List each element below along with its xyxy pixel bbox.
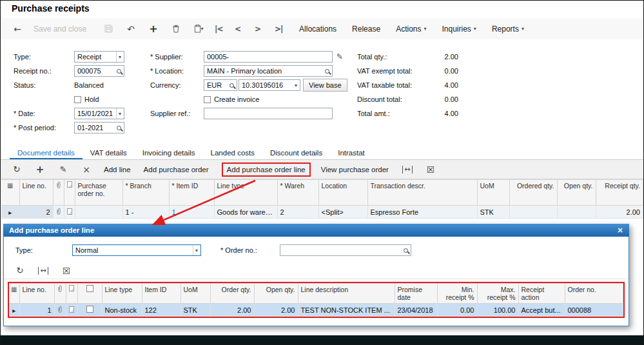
undo-icon[interactable]: ↶ [124,22,137,36]
row-settings-header[interactable]: ▦ [1,180,19,206]
add-row-icon[interactable]: + [34,163,46,176]
receipt-no-input[interactable]: 000075 [74,65,124,77]
add-line-button[interactable]: Add line [104,166,131,173]
col-header-uom[interactable]: UoM [181,284,210,304]
clipboard-icon[interactable]: ▾ [192,22,205,36]
allocations-button[interactable]: Allocations [299,25,337,34]
cell-order-qty[interactable]: 2.00 [210,304,254,317]
cell-line-type[interactable]: Non-stock [102,304,142,317]
cell-item-id[interactable]: 1 [169,206,214,219]
col-header-receipt-qty[interactable]: Receipt qty. [596,180,643,206]
next-record-icon[interactable]: > [255,25,264,34]
col-header-order-no[interactable]: Order no. [565,284,623,304]
cell-note[interactable] [66,304,77,317]
edit-row-icon[interactable]: ✎ [57,163,69,176]
supplier-ref-input[interactable] [204,108,333,119]
row-marker-cell[interactable]: ▸ [9,304,19,317]
col-header-attachments[interactable] [53,180,64,206]
delete-icon[interactable] [170,22,182,36]
lookup-icon[interactable] [325,69,329,74]
edit-pencil-icon[interactable]: ✎ [337,52,343,61]
lookup-icon[interactable] [229,83,234,88]
supplier-input[interactable]: 00005- [204,51,333,63]
row-checkbox[interactable] [86,306,93,313]
cell-min-receipt[interactable]: 0.00 [437,304,477,317]
cell-attachment[interactable] [54,304,66,317]
col-header-line-type[interactable]: Line type [102,284,142,304]
col-header-item-id[interactable]: * Item ID [169,180,214,206]
add-record-icon[interactable]: + [147,22,160,36]
cell-branch[interactable]: 1 - [122,206,169,219]
cell-line-type[interactable]: Goods for warehouse [214,206,277,219]
refresh-icon[interactable]: ↻ [11,163,23,176]
table-row[interactable]: ▸ 1 Non-stock 122 STK 2.00 2.00 TEST NON… [9,304,623,317]
cell-note[interactable] [64,206,75,219]
view-purchase-order-button[interactable]: View purchase order [321,166,389,173]
export-excel-icon[interactable]: ☒ [425,163,436,176]
col-header-line-no[interactable]: Line no. [19,284,54,304]
back-icon[interactable]: ← [11,22,24,36]
inquiries-menu-button[interactable]: Inquiries▾ [442,25,476,34]
cell-promise-date[interactable]: 23/04/2018 [395,304,437,317]
tab-intrastat[interactable]: Intrastat [330,147,373,159]
col-header-attachments[interactable] [54,284,66,304]
cell-line-no[interactable]: 2 [19,206,53,219]
col-header-max-receipt[interactable]: Max. receipt % [477,284,518,304]
row-marker-cell[interactable]: ▸ [1,206,19,219]
cell-receipt-qty[interactable]: 2.00 [596,206,643,219]
cell-item-id[interactable]: 122 [142,304,181,317]
col-header-open-qty[interactable]: Open qty. [254,284,298,304]
hold-checkbox[interactable] [74,96,81,103]
order-no-input[interactable] [280,244,411,256]
col-header-notes[interactable] [64,180,75,206]
row-settings-header[interactable]: ▦ [9,284,19,304]
col-header-item-id[interactable]: Item ID [142,284,181,304]
col-header-ordered-qty[interactable]: Ordered qty. [509,180,557,206]
tab-landed-costs[interactable]: Landed costs [203,147,262,159]
first-record-icon[interactable]: |< [215,25,224,34]
cell-open-qty[interactable] [557,206,596,219]
add-purchase-order-line-button[interactable]: Add purchase order line [222,163,311,177]
col-header-line-no[interactable]: Line no. [19,180,53,206]
cell-warehouse[interactable]: 2 [277,206,318,219]
tab-discount-details[interactable]: Discount details [262,147,330,159]
delete-row-icon[interactable]: × [81,163,92,176]
add-purchase-order-button[interactable]: Add purchase order [144,166,209,173]
close-icon[interactable]: × [617,226,623,235]
lookup-icon[interactable] [117,69,121,74]
lookup-icon[interactable] [404,248,408,253]
cell-attachment[interactable] [53,206,64,219]
col-header-promise-date[interactable]: Promise date [395,284,437,304]
dialog-fit-width-icon[interactable]: ↔ [37,264,49,277]
cell-trans-descr[interactable]: Espresso Forte [367,206,477,219]
create-invoice-checkbox[interactable] [204,96,211,103]
select-all-checkbox[interactable] [86,285,93,292]
save-and-close-button[interactable]: Save and close [34,25,86,34]
cell-uom[interactable]: STK [181,304,210,317]
cell-max-receipt[interactable]: 100.00 [477,304,518,317]
col-header-po-no[interactable]: Purchase order no. [75,180,122,206]
col-header-notes[interactable] [66,284,77,304]
dialog-titlebar[interactable]: Add purchase order line × [3,224,629,237]
lookup-icon[interactable] [117,126,121,130]
type-select[interactable]: Receipt▾ [74,51,124,63]
cell-uom[interactable]: STK [477,206,509,219]
dialog-refresh-icon[interactable]: ↻ [14,264,26,277]
cell-po-no[interactable] [75,206,122,219]
item-id-link[interactable]: 1 [172,208,176,216]
po-type-select[interactable]: Normal▾ [72,244,201,256]
col-header-location[interactable]: Location [318,180,367,206]
tab-vat-details[interactable]: VAT details [83,147,135,159]
tab-document-details[interactable]: Document details [10,147,83,159]
col-header-trans-descr[interactable]: Transaction descr. [367,180,477,206]
reports-menu-button[interactable]: Reports▾ [492,25,524,34]
cell-ordered-qty[interactable] [509,206,557,219]
last-record-icon[interactable]: >| [275,25,284,34]
col-header-branch[interactable]: * Branch [122,180,169,206]
table-row[interactable]: ▸ 2 1 - 1 Goods for warehouse 2 <Split> … [1,206,643,219]
cell-location[interactable]: <Split> [318,206,367,219]
col-header-receipt-action[interactable]: Receipt action [518,284,565,304]
col-header-order-qty[interactable]: Order qty. [210,284,254,304]
currency-code-input[interactable]: EUR [204,79,237,91]
save-icon[interactable] [102,22,115,36]
